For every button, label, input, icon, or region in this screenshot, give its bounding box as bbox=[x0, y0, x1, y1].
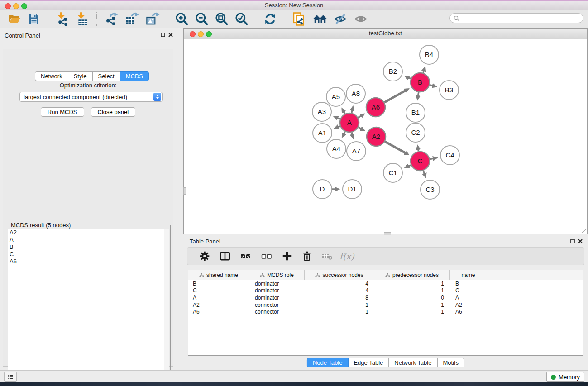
deselect-all-button[interactable] bbox=[259, 250, 274, 262]
table-row[interactable]: A6connector11A6 bbox=[188, 308, 583, 315]
export-image-button[interactable] bbox=[144, 11, 161, 27]
tab-select[interactable]: Select bbox=[92, 71, 120, 81]
export-network-button[interactable] bbox=[103, 11, 120, 27]
graph-edge-C-C3[interactable] bbox=[423, 171, 425, 174]
graph-edge-C-C2[interactable] bbox=[418, 149, 419, 152]
tab-edge-table[interactable]: Edge Table bbox=[348, 358, 389, 367]
graph-edge-C-C4[interactable] bbox=[430, 158, 434, 159]
memory-button[interactable]: Memory bbox=[546, 372, 584, 382]
graph-edge-A-A6[interactable] bbox=[358, 116, 361, 118]
result-item[interactable]: A bbox=[8, 236, 169, 243]
close-window-button[interactable] bbox=[5, 3, 11, 9]
criterion-select[interactable]: largest connected component (directed) bbox=[19, 92, 163, 102]
float-panel-icon[interactable] bbox=[161, 33, 165, 37]
delete-table-button[interactable] bbox=[320, 250, 335, 262]
refresh-view-button[interactable] bbox=[263, 11, 278, 27]
table-settings-button[interactable] bbox=[198, 249, 211, 263]
graph-node-C3[interactable]: C3 bbox=[421, 180, 440, 199]
column-header-MCDS-role[interactable]: MCDS role bbox=[249, 270, 305, 280]
column-header-shared-name[interactable]: shared name bbox=[188, 270, 249, 280]
graph-node-C2[interactable]: C2 bbox=[406, 123, 425, 142]
graph-node-C[interactable]: C bbox=[411, 152, 430, 171]
close-table-panel-icon[interactable] bbox=[578, 239, 583, 243]
open-session-button[interactable] bbox=[6, 11, 23, 27]
save-session-button[interactable] bbox=[26, 11, 42, 27]
import-network-button[interactable] bbox=[54, 11, 71, 27]
graph-edge-B-B4[interactable] bbox=[423, 71, 424, 73]
graph-node-A4[interactable]: A4 bbox=[327, 139, 346, 158]
graph-edge-A-A2[interactable] bbox=[358, 127, 361, 129]
close-network-button[interactable] bbox=[190, 31, 196, 37]
tab-motifs[interactable]: Motifs bbox=[437, 358, 464, 367]
graph-edge-A-A5[interactable] bbox=[344, 112, 345, 114]
select-all-button[interactable] bbox=[239, 250, 253, 262]
graph-edge-A2-C[interactable] bbox=[385, 142, 405, 153]
show-panels-button[interactable] bbox=[352, 11, 369, 27]
zoom-network-button[interactable] bbox=[206, 31, 212, 37]
tab-network-table[interactable]: Network Table bbox=[388, 358, 437, 367]
network-window-title-bar[interactable]: testGlobe.txt bbox=[184, 29, 587, 39]
graph-node-A6[interactable]: A6 bbox=[366, 98, 385, 117]
zoom-in-button[interactable] bbox=[174, 11, 190, 27]
zoom-window-button[interactable] bbox=[21, 3, 27, 9]
table-row[interactable]: A2connector11A2 bbox=[188, 301, 583, 309]
node-table[interactable]: shared nameMCDS rolesuccessor nodesprede… bbox=[188, 270, 583, 356]
export-table-button[interactable] bbox=[123, 11, 140, 27]
search-box[interactable] bbox=[449, 13, 583, 23]
graph-edge-B-B3[interactable] bbox=[430, 85, 433, 86]
table-row[interactable]: Adominator80A bbox=[188, 294, 583, 301]
close-panel-icon[interactable] bbox=[168, 33, 173, 37]
graph-node-B4[interactable]: B4 bbox=[420, 45, 439, 64]
graph-node-C4[interactable]: C4 bbox=[440, 146, 459, 165]
graph-node-A3[interactable]: A3 bbox=[312, 102, 331, 121]
graph-node-B[interactable]: B bbox=[411, 73, 430, 92]
minimize-network-button[interactable] bbox=[198, 31, 204, 37]
graph-node-B3[interactable]: B3 bbox=[440, 81, 459, 100]
graph-node-A7[interactable]: A7 bbox=[347, 142, 366, 161]
graph-edge-B-B2[interactable] bbox=[408, 78, 411, 79]
graph-node-A1[interactable]: A1 bbox=[313, 124, 332, 143]
column-header-predecessor-nodes[interactable]: predecessor nodes bbox=[374, 270, 450, 280]
graph-node-A2[interactable]: A2 bbox=[367, 127, 386, 146]
tab-network[interactable]: Network bbox=[35, 71, 68, 81]
graph-edge-C-C1[interactable] bbox=[408, 165, 411, 167]
graph-edge-A-A4[interactable] bbox=[344, 132, 345, 134]
network-graph[interactable]: AA1A2A3A4A5A6A7A8BB1B2B3B4CC1C2C3C4DD1 bbox=[184, 39, 587, 234]
graph-edge-A-A1[interactable] bbox=[338, 126, 340, 127]
add-column-button[interactable] bbox=[280, 249, 294, 263]
tab-node-table[interactable]: Node Table bbox=[307, 358, 349, 367]
resize-grip[interactable] bbox=[582, 229, 587, 234]
graph-edge-A-A7[interactable] bbox=[352, 132, 352, 135]
network-from-selection-button[interactable] bbox=[291, 10, 308, 28]
tab-mcds[interactable]: MCDS bbox=[120, 71, 149, 81]
zoom-fit-button[interactable] bbox=[214, 11, 230, 27]
network-canvas[interactable]: AA1A2A3A4A5A6A7A8BB1B2B3B4CC1C2C3C4DD1 bbox=[184, 39, 587, 234]
function-builder-button[interactable]: f(x) bbox=[339, 251, 354, 261]
graph-edge-A-A3[interactable] bbox=[337, 118, 340, 119]
left-grip-handle[interactable] bbox=[183, 187, 186, 195]
search-input[interactable] bbox=[462, 14, 579, 22]
column-header-successor-nodes[interactable]: successor nodes bbox=[305, 270, 374, 280]
result-item[interactable]: C bbox=[8, 251, 169, 258]
hide-panels-button[interactable] bbox=[332, 11, 349, 27]
minimize-window-button[interactable] bbox=[13, 3, 19, 9]
close-panel-button[interactable]: Close panel bbox=[91, 107, 136, 117]
graph-node-A8[interactable]: A8 bbox=[346, 84, 365, 103]
result-list-scrollbar[interactable] bbox=[164, 229, 169, 381]
table-row[interactable]: Bdominator41B bbox=[188, 280, 583, 287]
graph-edge-B-B1[interactable] bbox=[418, 92, 418, 96]
result-item[interactable]: A2 bbox=[8, 229, 169, 236]
float-table-panel-icon[interactable] bbox=[570, 239, 575, 243]
graph-node-C1[interactable]: C1 bbox=[383, 163, 402, 182]
bottom-grip-handle[interactable] bbox=[384, 232, 391, 235]
reset-view-button[interactable] bbox=[311, 11, 329, 27]
graph-node-D1[interactable]: D1 bbox=[343, 180, 362, 199]
graph-node-D[interactable]: D bbox=[313, 180, 332, 199]
zoom-selected-button[interactable] bbox=[234, 11, 250, 27]
run-mcds-button[interactable]: Run MCDS bbox=[41, 107, 84, 117]
mcds-result-list[interactable]: A2ABCA6 bbox=[8, 229, 169, 381]
graph-node-B1[interactable]: B1 bbox=[406, 103, 425, 122]
import-table-button[interactable] bbox=[74, 11, 91, 27]
graph-edge-A-A8[interactable] bbox=[352, 110, 352, 113]
graph-edge-A6-B[interactable] bbox=[384, 91, 406, 102]
